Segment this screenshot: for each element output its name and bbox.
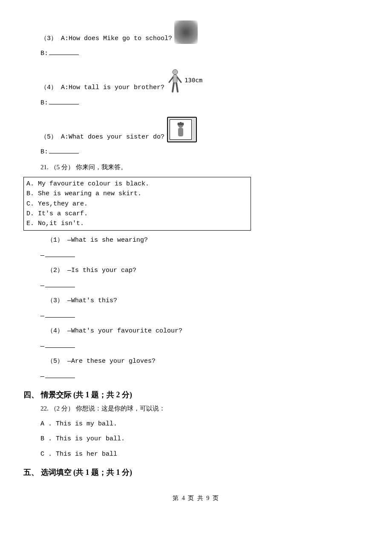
dash: —	[40, 343, 44, 350]
svg-line-3	[177, 77, 181, 82]
q21-answer-1: —	[23, 250, 369, 261]
q3-text: （3） A:How does Mike go to school?	[40, 33, 172, 44]
dash: —	[40, 373, 44, 380]
q21-blank-4[interactable]	[45, 341, 75, 348]
q4-text: （4） A:How tall is your brother?	[40, 82, 164, 93]
q21-answer-4: —	[23, 341, 369, 352]
q21-blank-3[interactable]	[45, 311, 75, 318]
q22-option-c[interactable]: C . This is her ball	[23, 449, 369, 460]
option-e: E. No,it isn't.	[26, 219, 248, 228]
q21-blank-1[interactable]	[45, 251, 75, 257]
height-image: 130cm	[164, 68, 202, 93]
q22-option-b[interactable]: B . This is your ball.	[23, 434, 369, 445]
options-box: A. My favourite colour is black. B. She …	[23, 177, 251, 231]
question-3: （3） A:How does Mike go to school?	[23, 20, 369, 44]
svg-line-2	[169, 77, 173, 82]
page-footer: 第 4 页 共 9 页	[23, 494, 369, 502]
question-21-header: 21. （5 分） 你来问，我来答。	[23, 162, 369, 173]
stick-figure-icon	[167, 68, 184, 93]
dash: —	[40, 312, 44, 320]
bike-image-icon	[174, 20, 198, 44]
height-label: 130cm	[184, 75, 202, 86]
q3-answer-prefix: B:	[40, 50, 48, 57]
section-4-title: 四、 情景交际 (共 1 题；共 2 分)	[23, 390, 369, 400]
q4-answer-prefix: B:	[40, 99, 48, 107]
tv-image-icon	[167, 117, 197, 142]
section-5-title: 五、 选词填空 (共 1 题；共 1 分)	[23, 467, 369, 477]
q5-answer-prefix: B:	[40, 148, 48, 156]
q21-answer-3: —	[23, 311, 369, 322]
q3-answer-line: B:	[23, 48, 369, 59]
q21-item-3: （3） —What's this?	[23, 295, 369, 306]
q21-blank-2[interactable]	[45, 281, 75, 287]
svg-point-0	[173, 69, 178, 75]
dash: —	[40, 282, 44, 289]
q21-blank-5[interactable]	[45, 372, 75, 378]
q21-item-4: （4） —What's your favourite colour?	[23, 326, 369, 337]
q21-item-2: （2） —Is this your cap?	[23, 265, 369, 276]
q21-item-1: （1） —What is she wearing?	[23, 235, 369, 246]
svg-line-4	[173, 83, 174, 92]
question-4: （4） A:How tall is your brother? 130cm	[23, 68, 369, 93]
q21-answer-5: —	[23, 371, 369, 382]
option-b: B. She is wearing a new skirt.	[26, 189, 248, 199]
q4-blank[interactable]	[49, 98, 79, 104]
option-c: C. Yes,they are.	[26, 199, 248, 209]
q22-option-a[interactable]: A . This is my ball.	[23, 419, 369, 430]
q21-item-5: （5） —Are these your gloves?	[23, 356, 369, 367]
option-a: A. My favourite colour is black.	[26, 179, 248, 189]
dash: —	[40, 252, 44, 259]
svg-line-5	[176, 83, 178, 92]
document-page: （3） A:How does Mike go to school? B: （4）…	[0, 0, 392, 515]
q4-answer-line: B:	[23, 98, 369, 109]
q5-answer-line: B:	[23, 147, 369, 158]
question-22-header: 22. （2 分） 你想说：这是你的球，可以说：	[23, 403, 369, 414]
question-5: （5） A:What does your sister do?	[23, 117, 369, 142]
q5-text: （5） A:What does your sister do?	[40, 132, 164, 143]
svg-rect-7	[178, 128, 183, 136]
q3-blank[interactable]	[49, 49, 79, 55]
q21-answer-2: —	[23, 280, 369, 292]
q5-blank[interactable]	[49, 147, 79, 154]
svg-rect-1	[173, 75, 177, 83]
option-d: D. It's a scarf.	[26, 209, 248, 219]
